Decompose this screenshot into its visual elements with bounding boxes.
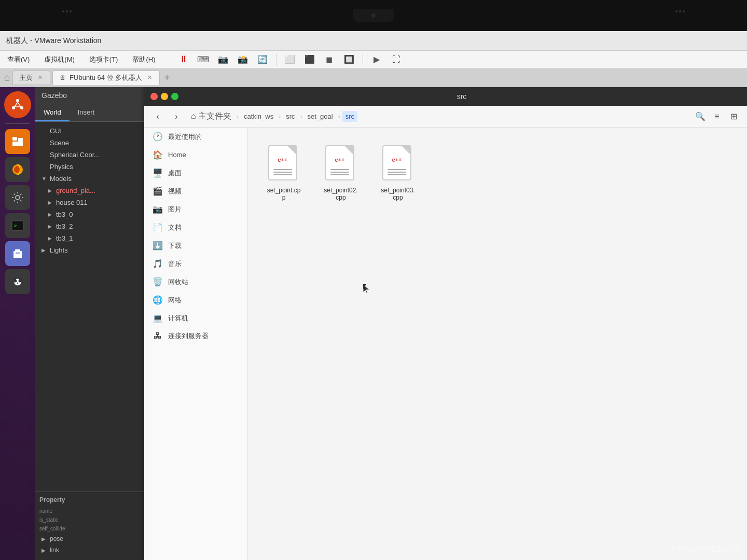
pictures-icon: 📷 bbox=[153, 204, 163, 214]
menu-help[interactable]: 帮助(H) bbox=[129, 53, 158, 66]
connect-server-icon: 🖧 bbox=[153, 331, 163, 341]
breadcrumb-home[interactable]: ⌂ 主文件夹 bbox=[188, 109, 234, 123]
breadcrumb-catkin[interactable]: catkin_ws bbox=[241, 111, 276, 122]
file-body: c++ bbox=[268, 145, 297, 180]
fm-back-button[interactable]: ‹ bbox=[150, 109, 165, 124]
file-lines bbox=[273, 169, 292, 175]
tree-physics-label: Physics bbox=[50, 163, 73, 171]
view1-button[interactable]: ⬜ bbox=[282, 52, 298, 67]
tree-ground[interactable]: ▶ ground_pla... bbox=[35, 185, 144, 197]
fm-list-view-button[interactable]: ≡ bbox=[710, 109, 724, 124]
tree-house-arrow: ▶ bbox=[48, 200, 53, 205]
home-folder-icon: 🏠 bbox=[153, 150, 163, 160]
recent-icon: 🕐 bbox=[153, 132, 163, 142]
ubuntu-logo-icon[interactable] bbox=[4, 91, 31, 118]
breadcrumb-setgoal[interactable]: set_goal bbox=[305, 111, 336, 122]
camera-bar bbox=[0, 0, 747, 31]
view4-button[interactable]: 🔲 bbox=[341, 52, 357, 67]
fm-max-button[interactable] bbox=[171, 93, 178, 100]
fm-titlebar: src bbox=[144, 87, 747, 106]
view2-button[interactable]: ⬛ bbox=[301, 52, 318, 67]
view3-button[interactable]: ◼ bbox=[321, 52, 338, 67]
tab-vm-close[interactable]: ✕ bbox=[146, 73, 153, 82]
tab-home-close[interactable]: ✕ bbox=[37, 73, 44, 82]
fm-grid-view-button[interactable]: ⊞ bbox=[726, 109, 741, 124]
file-set-point[interactable]: c++ set_point.cpp bbox=[260, 140, 307, 206]
tree-tb3-2[interactable]: ▶ tb3_2 bbox=[35, 220, 144, 232]
property-link[interactable]: ▶ link bbox=[39, 544, 140, 556]
file-set-point02[interactable]: c++ set_point02.cpp bbox=[317, 140, 364, 206]
menu-tabs[interactable]: 选项卡(T) bbox=[86, 53, 121, 66]
fm-sidebar-trash[interactable]: 🗑️ 回收站 bbox=[144, 273, 247, 291]
gazebo-tabs: World Insert bbox=[35, 104, 144, 122]
fm-sidebar-computer[interactable]: 💻 计算机 bbox=[144, 309, 247, 327]
gazebo-tab-insert[interactable]: Insert bbox=[70, 104, 103, 121]
fm-sidebar-documents[interactable]: 📄 文档 bbox=[144, 218, 247, 236]
tree-house011[interactable]: ▶ house 011 bbox=[35, 197, 144, 208]
fm-sidebar-pictures[interactable]: 📷 图片 bbox=[144, 200, 247, 218]
tree-physics[interactable]: Physics bbox=[35, 161, 144, 173]
snapshot2-button[interactable]: 📸 bbox=[234, 52, 251, 67]
add-tab-button[interactable]: + bbox=[164, 72, 170, 83]
menu-view[interactable]: 查看(V) bbox=[4, 53, 33, 66]
svg-rect-13 bbox=[15, 249, 20, 252]
breadcrumb-sep3: › bbox=[300, 113, 302, 120]
breadcrumb-src1[interactable]: src bbox=[283, 111, 298, 122]
breadcrumb-src2[interactable]: src bbox=[342, 111, 357, 122]
fm-sidebar-home[interactable]: 🏠 Home bbox=[144, 146, 247, 164]
music-icon: 🎵 bbox=[153, 259, 163, 269]
pause-button[interactable]: ⏸ bbox=[175, 52, 192, 67]
gazebo-header: Gazebo bbox=[35, 87, 144, 104]
gazebo-tab-world[interactable]: World bbox=[35, 104, 70, 121]
tree-scene[interactable]: Scene bbox=[35, 137, 144, 149]
tree-tb3-1[interactable]: ▶ tb3_1 bbox=[35, 232, 144, 244]
tree-lights[interactable]: ▶ Lights bbox=[35, 244, 144, 256]
tree-spherical[interactable]: Spherical Coor... bbox=[35, 149, 144, 161]
tab-home[interactable]: 主页 ✕ bbox=[12, 71, 50, 85]
fm-toolbar-right: 🔍 ≡ ⊞ bbox=[693, 109, 741, 124]
tree-tb3-0[interactable]: ▶ tb3_0 bbox=[35, 208, 144, 220]
speaker-right bbox=[675, 10, 685, 12]
fm-sidebar-network[interactable]: 🌐 网络 bbox=[144, 291, 247, 309]
fm-close-button[interactable] bbox=[150, 93, 158, 100]
fm-min-button[interactable] bbox=[161, 93, 168, 100]
sidebar-files-icon[interactable] bbox=[5, 129, 30, 154]
file-corner bbox=[402, 146, 410, 155]
file-set-point03[interactable]: c++ set_point03.cpp bbox=[375, 140, 421, 206]
fm-search-button[interactable]: 🔍 bbox=[693, 109, 708, 124]
console-button[interactable]: ▶ bbox=[368, 52, 385, 67]
watermark: CSDN @可可爱爱草莓熊 bbox=[671, 545, 741, 554]
home-icon[interactable]: ⌂ bbox=[4, 72, 10, 83]
property-pose[interactable]: ▶ pose bbox=[39, 533, 140, 544]
sidebar-terminal-icon[interactable]: >_ bbox=[5, 213, 30, 238]
sidebar-settings-icon[interactable] bbox=[5, 185, 30, 210]
fm-sidebar-recent[interactable]: 🕐 最近使用的 bbox=[144, 128, 247, 146]
snapshot-button[interactable]: 📷 bbox=[215, 52, 231, 67]
fm-sidebar-desktop[interactable]: 🖥️ 桌面 bbox=[144, 164, 247, 182]
send-keys-button[interactable]: ⌨ bbox=[195, 52, 212, 67]
fm-forward-button[interactable]: › bbox=[169, 109, 184, 124]
tab-vm[interactable]: 🖥 FUbuntu 64 位 多机器人 ✕ bbox=[52, 71, 160, 85]
fm-sidebar-video[interactable]: 🎬 视频 bbox=[144, 182, 247, 200]
file-lines bbox=[330, 169, 349, 175]
svg-text:>_: >_ bbox=[14, 223, 20, 228]
trash-icon: 🗑️ bbox=[153, 277, 163, 287]
fm-sidebar-music[interactable]: 🎵 音乐 bbox=[144, 255, 247, 273]
fm-sidebar-downloads[interactable]: ⬇️ 下载 bbox=[144, 236, 247, 255]
sidebar-package-icon[interactable] bbox=[5, 241, 30, 266]
fm-sidebar-connect-server[interactable]: 🖧 连接到服务器 bbox=[144, 327, 247, 345]
breadcrumb-sep1: › bbox=[237, 113, 239, 120]
fullscreen-button[interactable]: ⛶ bbox=[388, 52, 405, 67]
sidebar-firefox-icon[interactable] bbox=[5, 157, 30, 182]
vmware-window: 机器人 - VMware Workstation 查看(V) 虚拟机(M) 选项… bbox=[0, 31, 747, 560]
menu-vm[interactable]: 虚拟机(M) bbox=[41, 53, 78, 66]
tree-gui[interactable]: GUI bbox=[35, 125, 144, 137]
camera-notch bbox=[353, 9, 394, 22]
tree-models-arrow: ▼ bbox=[42, 176, 47, 181]
fm-sidebar-trash-label: 回收站 bbox=[168, 277, 188, 287]
tree-models[interactable]: ▼ Models bbox=[35, 173, 144, 185]
snapshot3-button[interactable]: 🔄 bbox=[254, 52, 271, 67]
file-icon-set-point: c++ bbox=[268, 145, 299, 183]
sidebar-panda-icon[interactable] bbox=[5, 269, 30, 294]
video-icon: 🎬 bbox=[153, 186, 163, 196]
